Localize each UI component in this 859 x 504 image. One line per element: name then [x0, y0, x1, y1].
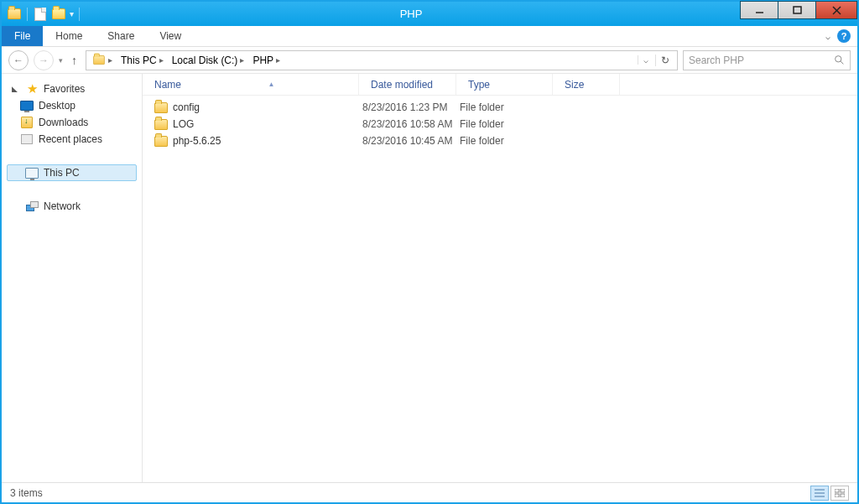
column-headers: Name ▲ Date modified Type Size [143, 74, 857, 96]
column-label: Type [468, 79, 490, 91]
sidebar-label: Desktop [39, 100, 75, 112]
ribbon-tab-home[interactable]: Home [43, 26, 95, 46]
sidebar-label: Favorites [44, 83, 85, 95]
file-rows: config8/23/2016 1:23 PMFile folderLOG8/2… [143, 96, 857, 482]
status-text: 3 items [10, 487, 43, 499]
thumbnails-view-button[interactable] [830, 486, 849, 501]
folder-icon [154, 136, 168, 147]
minimize-button[interactable] [740, 1, 778, 19]
svg-rect-11 [835, 494, 839, 497]
close-button[interactable] [815, 1, 857, 19]
search-input[interactable] [689, 55, 834, 66]
refresh-button[interactable]: ↻ [655, 55, 674, 66]
forward-button[interactable]: → [34, 50, 54, 70]
explorer-window: ▾ PHP File Home Share View ⌵ ? ← → ▾ ↑ [0, 0, 859, 504]
search-icon [834, 55, 845, 65]
breadcrumb-this-pc[interactable]: This PC▸ [117, 51, 167, 70]
ribbon-tab-share[interactable]: Share [95, 26, 147, 46]
svg-rect-12 [841, 494, 845, 497]
column-size[interactable]: Size [553, 74, 620, 95]
ribbon-tab-file[interactable]: File [2, 26, 43, 46]
up-button[interactable]: ↑ [68, 54, 81, 67]
file-type: File folder [456, 118, 553, 130]
column-date[interactable]: Date modified [359, 74, 456, 95]
sidebar-downloads[interactable]: Downloads [7, 114, 137, 131]
sidebar-label: Network [44, 200, 81, 212]
sort-indicator-icon: ▲ [268, 81, 275, 88]
sidebar-label: This PC [44, 167, 80, 179]
downloads-icon [20, 116, 34, 129]
folder-icon [154, 119, 168, 130]
window-title: PHP [81, 8, 741, 20]
ribbon-tabs: File Home Share View ⌵ ? [2, 26, 857, 47]
address-dropdown-icon[interactable]: ⌵ [638, 55, 653, 65]
folder-icon [154, 102, 168, 113]
collapse-icon: ◣ [12, 85, 20, 93]
column-name[interactable]: Name ▲ [143, 74, 359, 95]
sidebar-recent-places[interactable]: Recent places [7, 131, 137, 148]
separator [27, 8, 28, 21]
navigation-bar: ← → ▾ ↑ ▸ This PC▸ Local Disk (C:)▸ PHP▸… [2, 47, 857, 74]
file-date: 8/23/2016 1:23 PM [359, 101, 456, 113]
file-name: LOG [173, 118, 194, 130]
svg-rect-10 [841, 489, 845, 492]
svg-line-5 [841, 61, 843, 64]
sidebar: ◣ ★ Favorites Desktop Downloads Recent p… [2, 74, 143, 482]
help-icon[interactable]: ? [837, 29, 851, 43]
search-box[interactable] [683, 50, 851, 70]
file-type: File folder [456, 135, 553, 147]
star-icon: ★ [25, 82, 39, 96]
file-type: File folder [456, 101, 553, 113]
breadcrumb-label: Local Disk (C:) [172, 55, 238, 66]
sidebar-this-pc[interactable]: ▷ This PC [7, 164, 137, 181]
view-toggle [810, 486, 849, 501]
new-file-icon[interactable] [33, 7, 48, 22]
desktop-icon [20, 99, 34, 112]
breadcrumb-php[interactable]: PHP▸ [249, 51, 284, 70]
sidebar-label: Recent places [39, 133, 102, 145]
column-type[interactable]: Type [456, 74, 553, 95]
breadcrumb-label: This PC [121, 55, 157, 66]
file-date: 8/23/2016 10:45 AM [359, 135, 456, 147]
column-label: Size [565, 79, 584, 91]
quick-access-toolbar: ▾ [2, 7, 81, 22]
sidebar-desktop[interactable]: Desktop [7, 97, 137, 114]
separator [79, 8, 80, 21]
status-bar: 3 items [2, 482, 857, 502]
address-bar[interactable]: ▸ This PC▸ Local Disk (C:)▸ PHP▸ ⌵ ↻ [86, 50, 678, 70]
file-name: config [173, 101, 200, 113]
favorites-group: ◣ ★ Favorites Desktop Downloads Recent p… [7, 81, 137, 148]
details-view-button[interactable] [810, 486, 829, 501]
app-folder-icon [7, 7, 22, 22]
recent-places-icon [20, 132, 34, 146]
network-group: ▷ Network [7, 198, 137, 215]
breadcrumb-root-icon[interactable]: ▸ [89, 51, 116, 70]
file-name: php-5.6.25 [173, 135, 221, 147]
file-row[interactable]: LOG8/23/2016 10:58 AMFile folder [143, 116, 857, 132]
computer-icon [25, 166, 39, 179]
open-folder-icon[interactable] [51, 7, 66, 22]
back-button[interactable]: ← [8, 50, 29, 70]
file-list-area: Name ▲ Date modified Type Size config8/2… [143, 74, 857, 482]
column-label: Date modified [371, 79, 433, 91]
qat-dropdown-icon[interactable]: ▾ [70, 9, 74, 18]
column-label: Name [154, 79, 181, 91]
breadcrumb-label: PHP [252, 55, 273, 66]
maximize-button[interactable] [778, 1, 816, 19]
history-dropdown-icon[interactable]: ▾ [59, 56, 63, 65]
file-date: 8/23/2016 10:58 AM [359, 118, 456, 130]
breadcrumb-local-disk[interactable]: Local Disk (C:)▸ [169, 51, 248, 70]
sidebar-network[interactable]: ▷ Network [7, 198, 137, 215]
ribbon-collapse-icon[interactable]: ⌵ [825, 32, 830, 41]
sidebar-label: Downloads [39, 117, 88, 128]
file-row[interactable]: php-5.6.258/23/2016 10:45 AMFile folder [143, 132, 857, 149]
svg-point-4 [836, 56, 841, 62]
svg-rect-1 [794, 7, 801, 13]
sidebar-favorites[interactable]: ◣ ★ Favorites [7, 81, 137, 97]
thispc-group: ▷ This PC [7, 164, 137, 181]
window-controls [741, 2, 857, 26]
ribbon-tab-view[interactable]: View [147, 26, 194, 46]
title-bar: ▾ PHP [2, 2, 857, 26]
content-body: ◣ ★ Favorites Desktop Downloads Recent p… [2, 74, 857, 482]
file-row[interactable]: config8/23/2016 1:23 PMFile folder [143, 99, 857, 116]
